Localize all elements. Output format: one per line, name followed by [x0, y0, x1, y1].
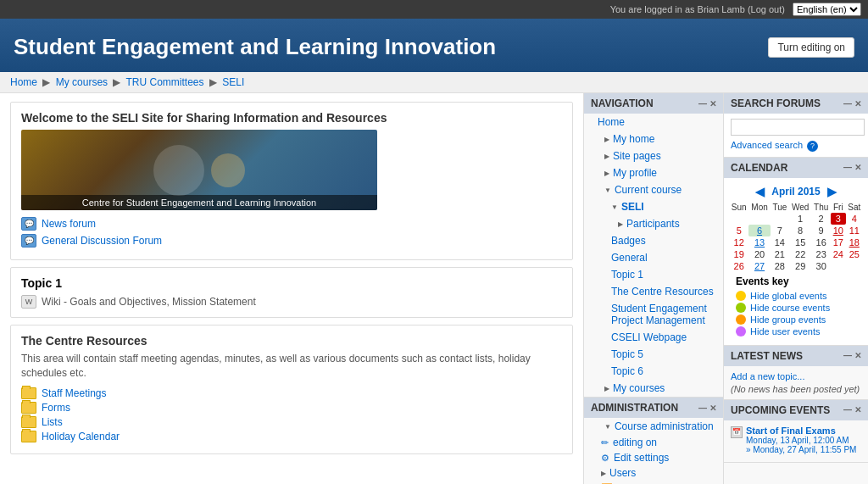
news-forum-link[interactable]: News forum [21, 217, 562, 231]
breadcrumb-mycourses[interactable]: My courses [56, 76, 108, 88]
nav-close-icon[interactable]: ✕ [709, 99, 716, 108]
course-events-label: Hide course events [750, 303, 830, 313]
group-events-dot [736, 314, 746, 325]
upcoming-events-title: UPCOMING EVENTS [731, 404, 830, 416]
folder-icon-3 [21, 416, 36, 428]
admin-items: ▼ Course administration ✏ editing on ⚙ E… [584, 418, 723, 484]
breadcrumb-home[interactable]: Home [10, 76, 37, 88]
latest-news-title: LATEST NEWS [731, 350, 803, 362]
admin-turn-editing[interactable]: ✏ editing on [584, 435, 723, 450]
admin-close-icon[interactable]: ✕ [709, 403, 716, 413]
lists-link[interactable]: Lists [21, 416, 562, 428]
news-close-icon[interactable]: ✕ [854, 351, 861, 360]
welcome-image: Centre for Student Engagement and Learni… [21, 130, 377, 210]
global-events-label: Hide global events [750, 291, 827, 301]
nav-minimize-icon[interactable]: — [698, 99, 707, 108]
event-date2: » Monday, 27 April, 11:55 PM [746, 445, 856, 454]
site-header: Student Engagement and Learning Innovati… [0, 19, 868, 72]
nav-seli[interactable]: ▼ SELI [584, 198, 723, 215]
language-select[interactable]: English (en) [793, 3, 861, 16]
cal-today[interactable]: 3 [831, 213, 845, 225]
calendar-table: Sun Mon Tue Wed Thu Fri Sat [729, 202, 863, 272]
navigation-block-header: NAVIGATION — ✕ [584, 93, 723, 114]
folder-icon-4 [21, 431, 36, 442]
cal-close-icon[interactable]: ✕ [854, 163, 861, 172]
advanced-search-link[interactable]: Advanced search ? [731, 140, 818, 150]
nav-current-course[interactable]: ▼ Current course [584, 181, 723, 198]
admin-filters[interactable]: 🔽 Filters [584, 481, 723, 484]
search-input[interactable] [731, 119, 865, 136]
nav-participants[interactable]: ▶ Participants [584, 215, 723, 232]
add-news-link[interactable]: Add a new topic... [731, 371, 861, 381]
group-events-row[interactable]: Hide group events [736, 314, 856, 325]
event-name[interactable]: Start of Final Exams [746, 426, 856, 436]
forum-icon [21, 217, 36, 231]
event-row-0: 📅 Start of Final Exams Monday, 13 April,… [731, 426, 861, 454]
nav-general[interactable]: General [584, 249, 723, 266]
nav-topic5[interactable]: Topic 5 [584, 346, 723, 363]
nav-home[interactable]: Home [584, 114, 723, 131]
latest-news-header: LATEST NEWS — ✕ [724, 346, 868, 366]
cal-minimize-icon[interactable]: — [843, 163, 852, 172]
search-minimize-icon[interactable]: — [843, 99, 852, 108]
wiki-icon: W [21, 295, 36, 309]
main-layout: Welcome to the SELI Site for Sharing Inf… [0, 93, 868, 484]
nav-badges[interactable]: Badges [584, 232, 723, 249]
general-discussion-link[interactable]: General Discussion Forum [21, 234, 562, 248]
wiki-item: W Wiki - Goals and Objectives, Mission S… [21, 295, 562, 309]
user-events-row[interactable]: Hide user events [736, 326, 856, 337]
admin-course-administration[interactable]: ▼ Course administration [584, 418, 723, 435]
global-events-dot [736, 291, 746, 301]
turn-editing-button[interactable]: Turn editing on [768, 37, 854, 58]
top-bar: You are logged in as Brian Lamb (Log out… [0, 0, 868, 19]
group-events-label: Hide group events [750, 314, 826, 325]
calendar-nav: ◀ April 2015 ▶ [729, 181, 863, 202]
folder-icon-1 [21, 387, 36, 399]
search-forums-header: SEARCH FORUMS — ✕ [724, 93, 868, 114]
user-events-dot [736, 326, 746, 337]
course-events-row[interactable]: Hide course events [736, 303, 856, 313]
cal-next-button[interactable]: ▶ [827, 185, 837, 198]
events-key: Events key Hide global events Hide cours… [729, 272, 863, 342]
holiday-calendar-link[interactable]: Holiday Calendar [21, 431, 562, 442]
cal-prev-button[interactable]: ◀ [755, 185, 765, 198]
search-close-icon[interactable]: ✕ [854, 99, 861, 108]
help-icon: ? [807, 141, 818, 152]
nav-cseli[interactable]: CSELI Webpage [584, 329, 723, 346]
wiki-label: Wiki - Goals and Objectives, Mission Sta… [42, 296, 256, 308]
centre-resources-heading: The Centre Resources [21, 334, 562, 348]
admin-users[interactable]: ▶ Users [584, 465, 723, 481]
nav-my-profile[interactable]: ▶ My profile [584, 164, 723, 181]
upcoming-close-icon[interactable]: ✕ [854, 405, 861, 414]
admin-edit-settings[interactable]: ⚙ Edit settings [584, 450, 723, 465]
calendar-block: CALENDAR — ✕ ◀ April 2015 ▶ Sun Mon [724, 158, 868, 346]
logged-in-text: You are logged in as Brian Lamb (Log out… [610, 4, 785, 14]
global-events-row[interactable]: Hide global events [736, 291, 856, 301]
news-minimize-icon[interactable]: — [843, 351, 852, 360]
event-calendar-icon: 📅 [731, 426, 743, 438]
search-forums-block: SEARCH FORUMS — ✕ Go Advanced search ? [724, 93, 868, 158]
nav-site-pages[interactable]: ▶ Site pages [584, 147, 723, 164]
nav-my-courses[interactable]: ▶ My courses [584, 380, 723, 397]
nav-sidebar: NAVIGATION — ✕ Home ▶ My home ▶ Site pag… [584, 93, 724, 484]
no-news-text: (No news has been posted yet) [731, 384, 860, 394]
nav-centre-resources[interactable]: The Centre Resources [584, 283, 723, 300]
staff-meetings-link[interactable]: Staff Meetings [21, 387, 562, 399]
upcoming-events-header: UPCOMING EVENTS — ✕ [724, 400, 868, 420]
nav-topic1[interactable]: Topic 1 [584, 266, 723, 283]
breadcrumb-trucommittees[interactable]: TRU Committees [126, 76, 204, 88]
upcoming-minimize-icon[interactable]: — [843, 405, 852, 414]
latest-news-block: LATEST NEWS — ✕ Add a new topic... (No n… [724, 346, 868, 400]
cal-month-year: April 2015 [771, 186, 820, 197]
events-key-heading: Events key [736, 275, 856, 287]
calendar-header-bar: CALENDAR — ✕ [724, 158, 868, 178]
upcoming-events-block: UPCOMING EVENTS — ✕ 📅 Start of Final Exa… [724, 400, 868, 463]
nav-topic6[interactable]: Topic 6 [584, 363, 723, 380]
welcome-heading: Welcome to the SELI Site for Sharing Inf… [21, 111, 562, 125]
course-events-dot [736, 303, 746, 313]
nav-my-home[interactable]: ▶ My home [584, 131, 723, 147]
forms-link[interactable]: Forms [21, 402, 562, 414]
breadcrumb-seli[interactable]: SELI [222, 76, 244, 88]
admin-minimize-icon[interactable]: — [698, 403, 707, 413]
nav-student-engagement[interactable]: Student Engagement Project Management [584, 300, 723, 329]
